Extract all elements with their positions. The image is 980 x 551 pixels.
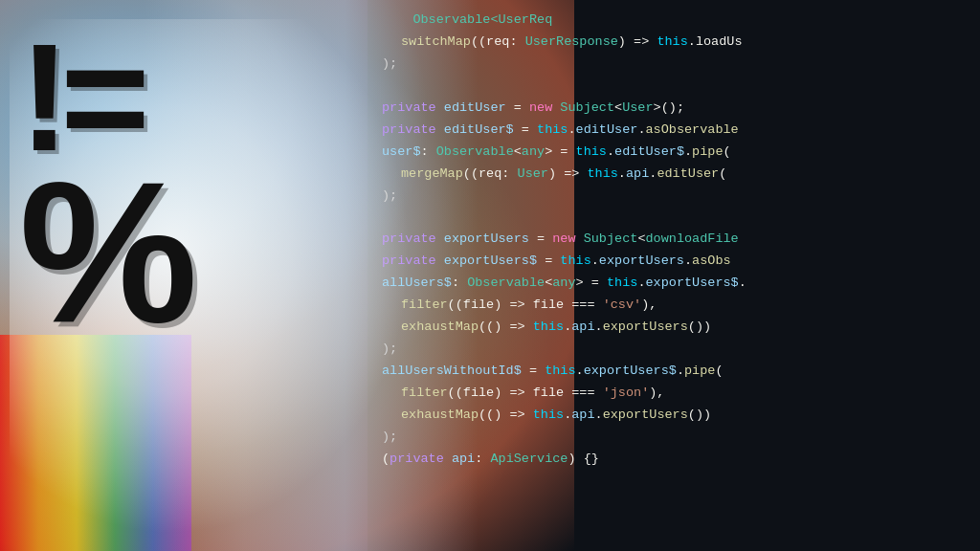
code-text: this: [576, 144, 607, 159]
code-text: :: [475, 452, 490, 466]
code-text: ) =>: [618, 34, 657, 49]
code-panel: Observable<UserReq switchMap((req: UserR…: [368, 0, 980, 551]
code-text: .: [739, 276, 746, 290]
code-line: private exportUsers$ = this.exportUsers.…: [382, 251, 966, 273]
code-text: Subject: [584, 231, 638, 246]
code-text: <: [514, 144, 522, 159]
code-text: exhaustMap: [401, 408, 479, 422]
code-text: editUser: [444, 100, 506, 115]
code-text: .: [595, 408, 603, 422]
code-text: .: [591, 253, 599, 268]
code-text: exhaustMap: [401, 320, 479, 334]
code-text: ()): [688, 408, 711, 422]
code-text: exportUsers: [603, 408, 688, 422]
code-text: .: [607, 144, 614, 159]
code-line: );: [382, 339, 966, 361]
code-text: (() =>: [479, 320, 533, 334]
code-line: filter((file) => file === 'csv'),: [382, 295, 966, 317]
code-text: :: [421, 144, 436, 159]
code-text: this: [607, 276, 637, 290]
code-text: > =: [545, 144, 575, 159]
percent-symbol: %: [19, 157, 198, 348]
code-text: any: [522, 144, 545, 159]
code-text: this: [545, 364, 575, 378]
code-line: [382, 207, 966, 229]
code-text: api: [452, 452, 475, 466]
code-text: downloadFile: [645, 231, 738, 246]
code-text: any: [552, 276, 575, 290]
code-line: );: [382, 54, 966, 76]
code-text: api: [626, 166, 649, 181]
code-text: exportUsers$: [444, 253, 537, 268]
code-text: =: [522, 364, 545, 378]
code-text: .: [684, 253, 692, 268]
code-text: ) {}: [568, 452, 598, 466]
code-text: ),: [641, 298, 657, 312]
code-text: new: [529, 100, 560, 115]
code-text: 'json': [603, 386, 650, 400]
code-text: this: [587, 166, 617, 181]
code-text: ((file) => file ===: [448, 298, 603, 312]
code-text: 'csv': [603, 298, 642, 312]
code-line: mergeMap((req: User) => this.api.editUse…: [382, 164, 966, 186]
code-text: >();: [654, 100, 684, 115]
code-line: Observable<UserReq: [382, 10, 966, 32]
code-text: api: [571, 320, 594, 334]
code-text: exportUsers$: [584, 364, 677, 378]
code-line: exhaustMap(() => this.api.exportUsers()): [382, 317, 966, 339]
code-text: ) =>: [548, 166, 588, 181]
code-text: ()): [688, 320, 711, 334]
code-text: asObs: [692, 253, 731, 268]
code-text: this: [533, 408, 564, 422]
code-line: private editUser = new Subject<User>();: [382, 98, 966, 120]
code-text: <: [614, 100, 622, 115]
code-text: exportUsers: [444, 231, 529, 246]
code-text: =: [514, 122, 537, 137]
code-text: this: [657, 34, 687, 49]
code-line: allUsers$: Observable<any> = this.export…: [382, 273, 966, 295]
code-text: :: [452, 276, 467, 290]
code-text: Observable<UserReq: [412, 12, 552, 27]
code-text: Observable: [467, 276, 545, 290]
code-text: ApiService: [490, 452, 568, 466]
code-line: private exportUsers = new Subject<downlo…: [382, 229, 966, 251]
code-line: allUsersWithoutId$ = this.exportUsers$.p…: [382, 361, 966, 383]
code-text: (: [724, 144, 731, 159]
code-line: user$: Observable<any> = this.editUser$.…: [382, 142, 966, 164]
code-text: this: [560, 253, 590, 268]
code-text: .: [618, 166, 626, 181]
code-text: this: [533, 320, 564, 334]
code-text: ((req:: [463, 166, 518, 181]
code-text: asObservable: [645, 122, 738, 137]
code-text: new: [552, 231, 583, 246]
code-text: =: [529, 231, 552, 246]
code-text: .: [684, 144, 692, 159]
code-text: pipe: [684, 364, 715, 378]
code-text: =: [537, 253, 560, 268]
code-text: User: [622, 100, 653, 115]
code-text: ((file) => file ===: [448, 386, 603, 400]
code-line: private editUser$ = this.editUser.asObse…: [382, 120, 966, 142]
code-text: Subject: [560, 100, 614, 115]
code-text: exportUsers$: [645, 276, 738, 290]
code-text: editUser: [576, 122, 638, 137]
code-text: > =: [576, 276, 607, 290]
code-line: (private api: ApiService) {}: [382, 449, 966, 471]
code-line: );: [382, 427, 966, 449]
code-text: .loadUs: [688, 34, 743, 49]
code-text: this: [537, 122, 568, 137]
code-text: ),: [649, 386, 664, 400]
main-container: Observable<UserReq switchMap((req: UserR…: [0, 0, 980, 551]
code-text: .: [568, 122, 575, 137]
code-text: editUser$: [614, 144, 684, 159]
code-line: switchMap((req: UserResponse) => this.lo…: [382, 32, 966, 54]
code-text: editUser$: [444, 122, 514, 137]
code-text: User: [518, 166, 548, 181]
code-text: .: [576, 364, 584, 378]
code-text: (: [715, 364, 723, 378]
code-text: pipe: [692, 144, 723, 159]
code-text: UserResponse: [525, 34, 618, 49]
code-text: editUser: [657, 166, 719, 181]
code-text: api: [571, 408, 594, 422]
code-text: Observable: [436, 144, 514, 159]
